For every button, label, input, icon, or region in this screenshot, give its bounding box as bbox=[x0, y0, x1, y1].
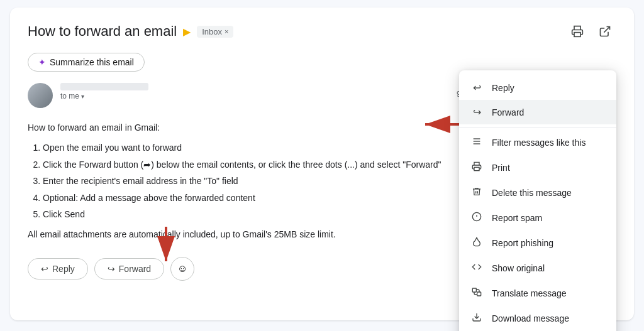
email-subject: How to forward an email bbox=[28, 23, 177, 40]
original-menu-label: Show original bbox=[492, 263, 545, 273]
print-menu-label: Print bbox=[492, 163, 510, 173]
svg-rect-0 bbox=[574, 33, 580, 37]
svg-rect-6 bbox=[474, 167, 479, 170]
summarize-label: Summarize this email bbox=[50, 57, 134, 67]
menu-item-print[interactable]: Print bbox=[459, 155, 616, 180]
emoji-icon: ☺ bbox=[177, 263, 187, 274]
forward-label: Forward bbox=[119, 264, 151, 274]
spam-menu-label: Report spam bbox=[492, 213, 542, 223]
filter-menu-label: Filter messages like this bbox=[492, 138, 586, 148]
original-menu-icon bbox=[470, 262, 483, 274]
menu-item-translate[interactable]: Translate message bbox=[459, 281, 616, 306]
avatar bbox=[28, 83, 53, 108]
sender-name-row bbox=[60, 83, 449, 90]
sender-dropdown[interactable]: ▾ bbox=[81, 93, 84, 100]
open-external-button[interactable] bbox=[594, 20, 616, 43]
phishing-menu-icon bbox=[470, 237, 483, 249]
menu-item-reply[interactable]: ↩ Reply bbox=[459, 75, 616, 100]
inbox-badge: Inbox × bbox=[197, 26, 233, 38]
reply-button-bottom[interactable]: ↩ Reply bbox=[28, 258, 88, 279]
menu-item-forward[interactable]: ↪ Forward bbox=[459, 100, 616, 124]
sender-to: to me ▾ bbox=[60, 92, 449, 100]
menu-item-delete[interactable]: Delete this message bbox=[459, 180, 616, 205]
inbox-label: Inbox bbox=[202, 27, 222, 36]
emoji-button[interactable]: ☺ bbox=[170, 257, 194, 281]
label-icon: ▶ bbox=[183, 26, 191, 38]
sender-info: to me ▾ bbox=[60, 83, 449, 100]
filter-menu-icon bbox=[470, 136, 483, 149]
email-header: How to forward an email ▶ Inbox × bbox=[28, 20, 616, 43]
menu-item-phishing[interactable]: Report phishing bbox=[459, 231, 616, 256]
sender-name bbox=[60, 83, 148, 90]
header-actions bbox=[566, 20, 616, 43]
forward-arrow-icon: ↪ bbox=[108, 264, 115, 274]
forward-menu-label: Forward bbox=[492, 107, 524, 117]
print-menu-icon bbox=[470, 161, 483, 174]
reply-arrow-icon: ↩ bbox=[41, 264, 48, 274]
translate-menu-label: Translate message bbox=[492, 288, 567, 298]
email-title-area: How to forward an email ▶ Inbox × bbox=[28, 23, 233, 40]
forward-button-bottom[interactable]: ↪ Forward bbox=[94, 258, 164, 279]
svg-rect-11 bbox=[477, 292, 481, 296]
menu-item-spam[interactable]: Report spam bbox=[459, 205, 616, 231]
phishing-menu-label: Report phishing bbox=[492, 238, 553, 248]
delete-menu-icon bbox=[470, 187, 483, 199]
email-container: How to forward an email ▶ Inbox × bbox=[10, 8, 634, 320]
print-button[interactable] bbox=[566, 20, 589, 43]
svg-rect-10 bbox=[472, 288, 476, 292]
reply-menu-label: Reply bbox=[492, 83, 514, 93]
translate-menu-icon bbox=[470, 287, 483, 300]
menu-item-filter[interactable]: Filter messages like this bbox=[459, 130, 616, 155]
sparkle-icon: ✦ bbox=[38, 57, 46, 67]
summarize-button[interactable]: ✦ Summarize this email bbox=[28, 53, 145, 72]
svg-line-1 bbox=[604, 27, 609, 33]
menu-divider-1 bbox=[459, 127, 616, 128]
dropdown-menu: ↩ Reply ↪ Forward Filter messages like t… bbox=[459, 70, 616, 331]
reply-label: Reply bbox=[52, 264, 75, 274]
reply-menu-icon: ↩ bbox=[470, 82, 483, 94]
download-menu-icon bbox=[470, 312, 483, 325]
menu-item-download[interactable]: Download message bbox=[459, 306, 616, 331]
spam-menu-icon bbox=[470, 212, 483, 224]
menu-item-original[interactable]: Show original bbox=[459, 256, 616, 281]
download-menu-label: Download message bbox=[492, 313, 569, 323]
forward-menu-icon: ↪ bbox=[470, 106, 483, 118]
badge-close[interactable]: × bbox=[225, 28, 228, 35]
delete-menu-label: Delete this message bbox=[492, 188, 572, 198]
